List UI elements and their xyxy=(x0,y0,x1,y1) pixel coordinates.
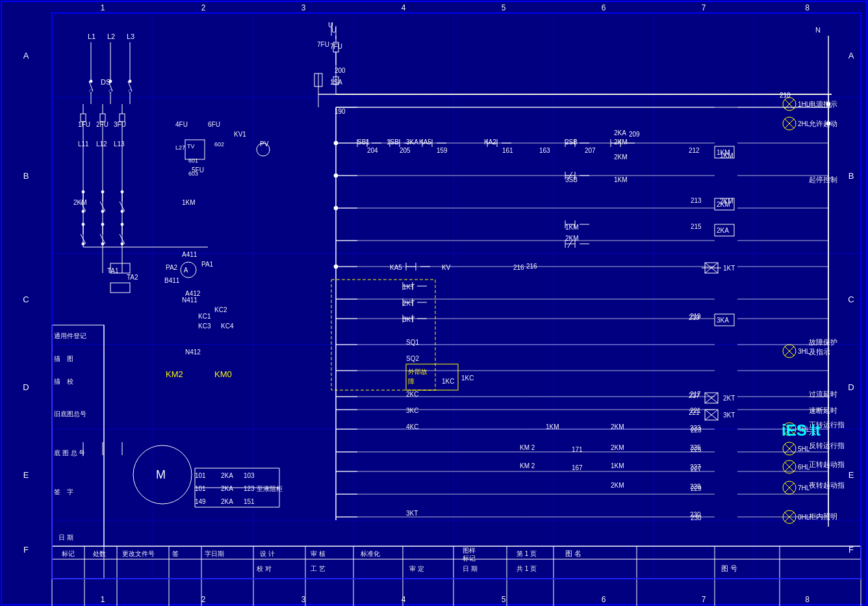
schematic-canvas xyxy=(0,0,868,606)
schematic-container xyxy=(0,0,868,606)
